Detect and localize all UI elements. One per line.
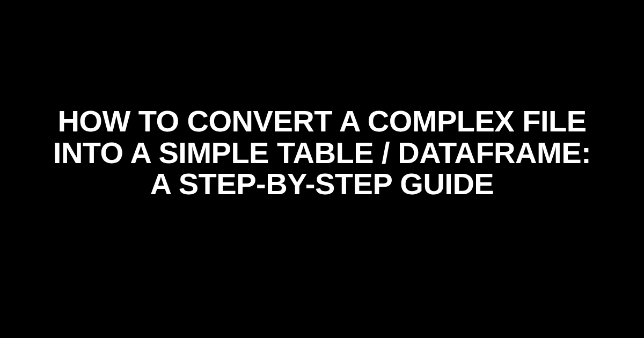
page-title: HOW TO CONVERT A COMPLEX FILE INTO A SIM… bbox=[43, 106, 601, 200]
title-container: HOW TO CONVERT A COMPLEX FILE INTO A SIM… bbox=[0, 106, 644, 200]
